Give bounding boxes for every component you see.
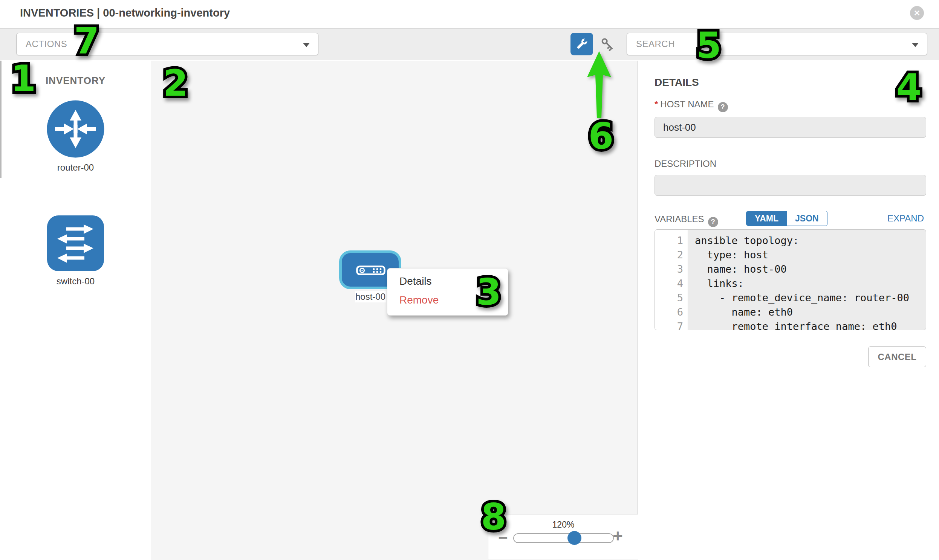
required-asterisk: * [655,99,658,109]
zoom-out-button[interactable]: − [498,529,508,546]
palette-item-label: switch-00 [0,276,151,286]
node-context-menu: Details Remove [387,268,508,315]
context-menu-item-details[interactable]: Details [399,275,432,287]
zoom-slider-thumb[interactable] [567,531,581,545]
content-area: INVENTORY router-00 [0,61,939,560]
inventory-sidebar: INVENTORY router-00 [0,61,151,560]
host-node-label: host-00 [355,291,386,302]
variables-format-toggle: YAML JSON [746,211,828,226]
description-input[interactable] [655,175,926,196]
yaml-toggle-button[interactable]: YAML [746,211,787,226]
palette-item-router[interactable]: router-00 [0,100,151,173]
host-name-label: *HOST NAME? [655,99,728,112]
zoom-in-button[interactable]: + [613,527,623,545]
code-line: type: host [695,248,926,262]
code-line: ansible_topology: [695,234,926,248]
host-name-input[interactable] [655,117,926,138]
description-label: DESCRIPTION [655,158,716,169]
code-line: - remote_device_name: router-00 [695,291,926,305]
actions-dropdown-label: ACTIONS [26,39,67,49]
help-icon[interactable]: ? [718,102,728,112]
actions-dropdown[interactable]: ACTIONS [16,33,318,55]
header-bar: INVENTORIES | 00-networking-inventory ✕ [0,0,939,28]
inventory-heading: INVENTORY [0,75,151,87]
details-heading: DETAILS [655,77,699,89]
palette-item-label: router-00 [0,162,151,173]
key-credentials-button[interactable] [600,37,616,52]
context-menu-item-remove[interactable]: Remove [399,294,439,306]
code-line: name: host-00 [695,262,926,277]
search-placeholder: SEARCH [636,39,675,49]
help-icon[interactable]: ? [708,217,718,227]
toolbar: ACTIONS [0,28,939,60]
code-line: remote_interface_name: eth0 [695,319,926,330]
cancel-button[interactable]: CANCEL [868,346,926,367]
expand-link[interactable]: EXPAND [887,213,924,224]
wrench-icon [575,37,589,51]
chevron-down-icon [303,43,310,47]
zoom-slider-track[interactable] [513,533,614,543]
palette-item-switch[interactable]: switch-00 [0,215,151,286]
details-panel: DETAILS *HOST NAME? DESCRIPTION VARIABLE… [638,61,939,560]
editor-code-area[interactable]: ansible_topology: type: host name: host-… [688,230,926,330]
key-icon [600,37,616,52]
search-dropdown[interactable]: SEARCH [627,33,927,55]
variables-label: VARIABLES? [655,214,718,227]
editor-line-numbers: 1 2 3 4 5 6 7 [655,230,688,330]
code-line: links: [695,277,926,291]
close-icon: ✕ [914,9,920,17]
code-line: name: eth0 [695,305,926,319]
json-toggle-button[interactable]: JSON [787,211,827,226]
chevron-down-icon [912,43,919,47]
variables-row: VARIABLES? YAML JSON EXPAND [655,211,926,226]
page-title: INVENTORIES | 00-networking-inventory [20,7,230,19]
variables-code-editor[interactable]: 1 2 3 4 5 6 7 ansible_topology: type: ho… [655,229,926,330]
switch-icon [47,215,104,272]
zoom-control: 120% − + [488,514,638,560]
close-button[interactable]: ✕ [910,6,924,20]
inventory-topology-screen: INVENTORIES | 00-networking-inventory ✕ … [0,0,939,560]
configure-topology-button[interactable] [570,33,593,55]
router-icon [47,100,104,158]
host-icon [356,266,385,275]
topology-canvas[interactable]: host-00 Details Remove 120% − + [151,61,638,560]
